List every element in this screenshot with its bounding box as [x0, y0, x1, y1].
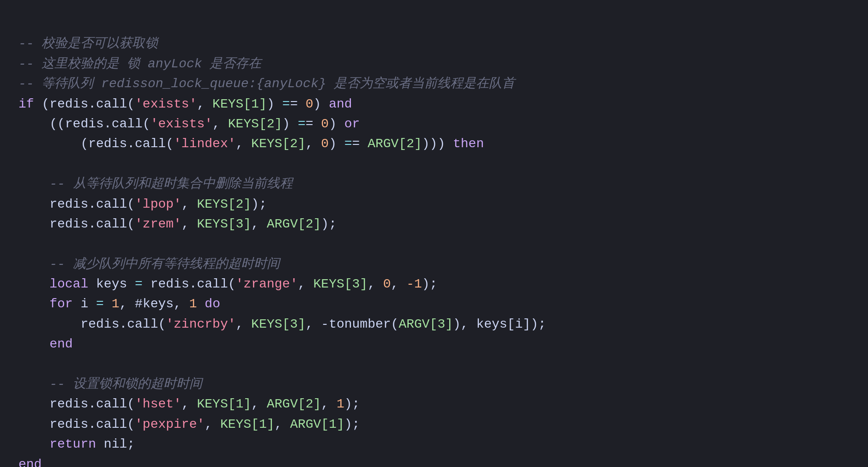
code-line: for i = 1, #keys, 1 do — [18, 294, 850, 314]
code-token: 0 — [321, 117, 329, 131]
code-token: 'zincrby' — [166, 317, 235, 331]
code-token: for — [18, 297, 73, 311]
code-line: redis.call('pexpire', KEYS[1], ARGV[1]); — [18, 414, 850, 434]
code-token: keys — [88, 277, 135, 291]
code-token: KEYS[1] — [197, 397, 251, 411]
code-line — [18, 354, 850, 374]
code-token: ) — [267, 97, 283, 111]
code-token: or — [344, 117, 360, 131]
code-token: , — [368, 277, 383, 291]
code-token: , — [236, 317, 252, 331]
code-token: = — [96, 297, 104, 311]
code-block: -- 校验是否可以获取锁-- 这里校验的是 锁 anyLock 是否存在-- 等… — [18, 14, 850, 467]
code-token: KEYS[2] — [251, 137, 306, 151]
code-token: ) — [282, 117, 298, 131]
code-token: 1 — [337, 397, 344, 411]
code-token: , — [181, 197, 197, 211]
code-token: , — [391, 277, 407, 291]
code-token: , — [306, 137, 321, 151]
code-line: redis.call('hset', KEYS[1], ARGV[2], 1); — [18, 394, 850, 414]
code-line: end — [18, 334, 850, 354]
code-token: 'hset' — [135, 397, 181, 411]
code-token: , -tonumber( — [306, 317, 399, 331]
code-token: , — [298, 277, 313, 291]
code-token: KEYS[1] — [220, 417, 275, 431]
code-line: local keys = redis.call('zrange', KEYS[3… — [18, 274, 850, 294]
code-token: ); — [321, 217, 337, 231]
code-token: 'lindex' — [174, 137, 235, 151]
code-token: , — [235, 137, 251, 151]
code-token: ); — [344, 417, 360, 431]
code-token: ARGV[3] — [398, 317, 453, 331]
code-token: nil; — [96, 437, 135, 451]
code-line: redis.call('zincrby', KEYS[3], -tonumber… — [18, 314, 850, 334]
code-token — [104, 297, 112, 311]
code-line: -- 等待队列 redisson_lock_queue:{anyLock} 是否… — [18, 74, 850, 94]
code-token: , #keys, — [119, 297, 189, 311]
code-token: ), keys[i]); — [453, 317, 546, 331]
code-token: ); — [251, 197, 267, 211]
code-token: 'pexpire' — [135, 417, 205, 431]
code-token: do — [205, 297, 220, 311]
code-token: then — [453, 137, 484, 151]
code-token: ) — [329, 137, 344, 151]
code-token: and — [329, 97, 352, 111]
code-token: 'exists' — [135, 97, 197, 111]
code-line: redis.call('lpop', KEYS[2]); — [18, 194, 850, 214]
code-token: ); — [344, 397, 360, 411]
code-token: , — [251, 397, 267, 411]
code-line: return nil; — [18, 434, 850, 454]
code-token: (redis.call( — [34, 97, 135, 111]
code-token: 1 — [112, 297, 120, 311]
code-token: KEYS[2] — [228, 117, 283, 131]
code-token: , — [212, 117, 228, 131]
code-token: ARGV[2] — [267, 397, 321, 411]
code-line: redis.call('zrem', KEYS[3], ARGV[2]); — [18, 214, 850, 234]
code-token: -1 — [406, 277, 422, 291]
code-token: ))) — [422, 137, 453, 151]
code-token: 'zrem' — [135, 217, 181, 231]
code-token: KEYS[3] — [251, 317, 306, 331]
code-token: 'zrange' — [236, 277, 298, 291]
code-token: = — [306, 117, 321, 131]
code-line: -- 从等待队列和超时集合中删除当前线程 — [18, 174, 850, 194]
code-token: return — [18, 437, 96, 451]
code-token: redis.call( — [18, 317, 166, 331]
code-line: -- 设置锁和锁的超时时间 — [18, 374, 850, 394]
code-token: KEYS[3] — [313, 277, 368, 291]
code-token: , — [197, 97, 212, 111]
code-token: ARGV[2] — [267, 217, 321, 231]
code-token: 'exists' — [151, 117, 212, 131]
code-token: end — [18, 457, 42, 467]
code-line — [18, 154, 850, 174]
code-token: i — [73, 297, 96, 311]
code-token: = — [282, 97, 290, 111]
code-token: , — [321, 397, 337, 411]
code-token: ARGV[2] — [368, 137, 422, 151]
code-token: , — [275, 417, 290, 431]
code-token: = — [352, 137, 368, 151]
code-token: ) — [329, 117, 344, 131]
code-line — [18, 234, 850, 254]
code-token: redis.call( — [18, 417, 135, 431]
code-token: 0 — [306, 97, 313, 111]
code-token: end — [18, 337, 73, 351]
code-token: 0 — [383, 277, 391, 291]
code-line: (redis.call('lindex', KEYS[2], 0) == ARG… — [18, 134, 850, 154]
code-token: = — [290, 97, 306, 111]
code-token: = — [298, 117, 306, 131]
code-token: , — [181, 397, 197, 411]
code-token: , — [251, 217, 267, 231]
code-token: 'lpop' — [135, 197, 181, 211]
code-token: if — [18, 97, 34, 111]
code-token: , — [181, 217, 197, 231]
code-token: KEYS[2] — [197, 197, 251, 211]
code-token: KEYS[1] — [212, 97, 267, 111]
code-token: = — [344, 137, 352, 151]
code-token: redis.call( — [18, 217, 135, 231]
code-token: local — [18, 277, 88, 291]
code-token: redis.call( — [143, 277, 236, 291]
code-token: ARGV[1] — [290, 417, 344, 431]
code-line: ((redis.call('exists', KEYS[2]) == 0) or — [18, 114, 850, 134]
code-token: , — [205, 417, 220, 431]
